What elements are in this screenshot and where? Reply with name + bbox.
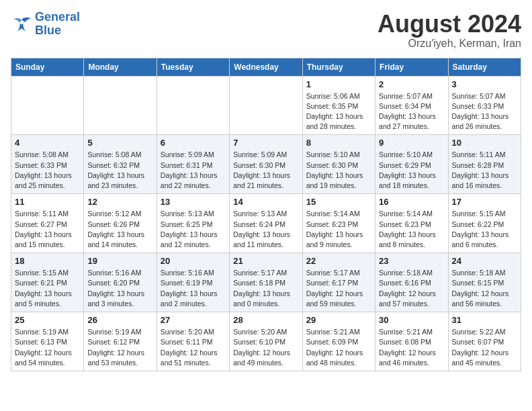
day-number: 24: [452, 256, 517, 266]
day-content: Sunrise: 5:11 AM Sunset: 6:27 PM Dayligh…: [15, 209, 80, 250]
calendar-week-row: 18Sunrise: 5:15 AM Sunset: 6:21 PM Dayli…: [11, 253, 521, 312]
title-block: August 2024 Orzu'iyeh, Kerman, Iran: [378, 11, 521, 50]
calendar-cell: 25Sunrise: 5:19 AM Sunset: 6:13 PM Dayli…: [11, 312, 84, 371]
day-content: Sunrise: 5:16 AM Sunset: 6:19 PM Dayligh…: [161, 268, 226, 309]
page-header: General Blue August 2024 Orzu'iyeh, Kerm…: [11, 11, 521, 50]
day-number: 1: [306, 79, 371, 89]
calendar-cell: 20Sunrise: 5:16 AM Sunset: 6:19 PM Dayli…: [157, 253, 229, 312]
day-number: 13: [161, 197, 226, 207]
logo-line2: Blue: [35, 24, 61, 37]
calendar-week-row: 1Sunrise: 5:06 AM Sunset: 6:35 PM Daylig…: [11, 76, 521, 135]
day-number: 19: [87, 256, 152, 266]
calendar-cell: 6Sunrise: 5:09 AM Sunset: 6:31 PM Daylig…: [157, 135, 229, 194]
day-content: Sunrise: 5:20 AM Sunset: 6:10 PM Dayligh…: [233, 327, 298, 368]
main-title: August 2024: [378, 11, 521, 38]
calendar-cell: 17Sunrise: 5:15 AM Sunset: 6:22 PM Dayli…: [448, 194, 521, 253]
day-number: 28: [233, 315, 298, 325]
day-number: 16: [379, 197, 444, 207]
day-number: 31: [452, 315, 517, 325]
calendar-cell: 19Sunrise: 5:16 AM Sunset: 6:20 PM Dayli…: [84, 253, 157, 312]
calendar-table: SundayMondayTuesdayWednesdayThursdayFrid…: [11, 58, 521, 371]
day-content: Sunrise: 5:21 AM Sunset: 6:09 PM Dayligh…: [306, 327, 371, 368]
day-number: 21: [233, 256, 298, 266]
day-number: 11: [15, 197, 80, 207]
day-content: Sunrise: 5:11 AM Sunset: 6:28 PM Dayligh…: [452, 150, 517, 191]
day-number: 6: [161, 138, 226, 148]
day-content: Sunrise: 5:14 AM Sunset: 6:23 PM Dayligh…: [306, 209, 371, 250]
calendar-cell: 26Sunrise: 5:19 AM Sunset: 6:12 PM Dayli…: [84, 312, 157, 371]
calendar-cell: 14Sunrise: 5:13 AM Sunset: 6:24 PM Dayli…: [230, 194, 302, 253]
calendar-cell: 16Sunrise: 5:14 AM Sunset: 6:23 PM Dayli…: [375, 194, 448, 253]
weekday-header: Wednesday: [230, 58, 302, 76]
calendar-cell: 10Sunrise: 5:11 AM Sunset: 6:28 PM Dayli…: [448, 135, 521, 194]
day-content: Sunrise: 5:19 AM Sunset: 6:12 PM Dayligh…: [87, 327, 152, 368]
day-content: Sunrise: 5:12 AM Sunset: 6:26 PM Dayligh…: [87, 209, 152, 250]
calendar-cell: 4Sunrise: 5:08 AM Sunset: 6:33 PM Daylig…: [11, 135, 84, 194]
day-content: Sunrise: 5:15 AM Sunset: 6:21 PM Dayligh…: [15, 268, 80, 309]
day-content: Sunrise: 5:20 AM Sunset: 6:11 PM Dayligh…: [161, 327, 226, 368]
day-content: Sunrise: 5:14 AM Sunset: 6:23 PM Dayligh…: [379, 209, 444, 250]
calendar-cell: 29Sunrise: 5:21 AM Sunset: 6:09 PM Dayli…: [302, 312, 375, 371]
calendar-cell: 12Sunrise: 5:12 AM Sunset: 6:26 PM Dayli…: [84, 194, 157, 253]
logo-line1: General: [35, 10, 80, 24]
logo-icon: [11, 15, 32, 34]
calendar-cell: 1Sunrise: 5:06 AM Sunset: 6:35 PM Daylig…: [302, 76, 375, 135]
day-number: 20: [161, 256, 226, 266]
calendar-cell: 24Sunrise: 5:18 AM Sunset: 6:15 PM Dayli…: [448, 253, 521, 312]
day-content: Sunrise: 5:18 AM Sunset: 6:16 PM Dayligh…: [379, 268, 444, 309]
day-content: Sunrise: 5:15 AM Sunset: 6:22 PM Dayligh…: [452, 209, 517, 250]
weekday-header: Monday: [84, 58, 157, 76]
subtitle: Orzu'iyeh, Kerman, Iran: [378, 38, 521, 50]
day-content: Sunrise: 5:22 AM Sunset: 6:07 PM Dayligh…: [452, 327, 517, 368]
day-content: Sunrise: 5:18 AM Sunset: 6:15 PM Dayligh…: [452, 268, 517, 309]
calendar-cell: 18Sunrise: 5:15 AM Sunset: 6:21 PM Dayli…: [11, 253, 84, 312]
day-content: Sunrise: 5:10 AM Sunset: 6:30 PM Dayligh…: [306, 150, 371, 191]
calendar-cell: 5Sunrise: 5:08 AM Sunset: 6:32 PM Daylig…: [84, 135, 157, 194]
day-number: 29: [306, 315, 371, 325]
weekday-header: Thursday: [302, 58, 375, 76]
day-content: Sunrise: 5:07 AM Sunset: 6:33 PM Dayligh…: [452, 91, 517, 132]
calendar-week-row: 4Sunrise: 5:08 AM Sunset: 6:33 PM Daylig…: [11, 135, 521, 194]
day-number: 25: [15, 315, 80, 325]
weekday-header: Sunday: [11, 58, 84, 76]
day-number: 14: [233, 197, 298, 207]
day-content: Sunrise: 5:08 AM Sunset: 6:33 PM Dayligh…: [15, 150, 80, 191]
day-number: 30: [379, 315, 444, 325]
calendar-cell: 2Sunrise: 5:07 AM Sunset: 6:34 PM Daylig…: [375, 76, 448, 135]
calendar-cell: 21Sunrise: 5:17 AM Sunset: 6:18 PM Dayli…: [230, 253, 302, 312]
day-content: Sunrise: 5:09 AM Sunset: 6:30 PM Dayligh…: [233, 150, 298, 191]
calendar-cell: 15Sunrise: 5:14 AM Sunset: 6:23 PM Dayli…: [302, 194, 375, 253]
day-number: 12: [87, 197, 152, 207]
day-number: 26: [87, 315, 152, 325]
day-number: 27: [161, 315, 226, 325]
day-content: Sunrise: 5:10 AM Sunset: 6:29 PM Dayligh…: [379, 150, 444, 191]
day-number: 17: [452, 197, 517, 207]
calendar-cell: 7Sunrise: 5:09 AM Sunset: 6:30 PM Daylig…: [230, 135, 302, 194]
day-number: 18: [15, 256, 80, 266]
day-number: 3: [452, 79, 517, 89]
calendar-week-row: 25Sunrise: 5:19 AM Sunset: 6:13 PM Dayli…: [11, 312, 521, 371]
day-number: 10: [452, 138, 517, 148]
calendar-body: 1Sunrise: 5:06 AM Sunset: 6:35 PM Daylig…: [11, 76, 521, 371]
day-content: Sunrise: 5:21 AM Sunset: 6:08 PM Dayligh…: [379, 327, 444, 368]
calendar-cell: [230, 76, 302, 135]
weekday-header: Saturday: [448, 58, 521, 76]
calendar-cell: [11, 76, 84, 135]
day-content: Sunrise: 5:13 AM Sunset: 6:25 PM Dayligh…: [161, 209, 226, 250]
day-number: 8: [306, 138, 371, 148]
day-content: Sunrise: 5:07 AM Sunset: 6:34 PM Dayligh…: [379, 91, 444, 132]
day-content: Sunrise: 5:13 AM Sunset: 6:24 PM Dayligh…: [233, 209, 298, 250]
day-content: Sunrise: 5:19 AM Sunset: 6:13 PM Dayligh…: [15, 327, 80, 368]
logo-text: General Blue: [35, 11, 80, 38]
calendar-cell: 9Sunrise: 5:10 AM Sunset: 6:29 PM Daylig…: [375, 135, 448, 194]
day-content: Sunrise: 5:09 AM Sunset: 6:31 PM Dayligh…: [161, 150, 226, 191]
calendar-cell: [84, 76, 157, 135]
day-content: Sunrise: 5:17 AM Sunset: 6:18 PM Dayligh…: [233, 268, 298, 309]
calendar-cell: 31Sunrise: 5:22 AM Sunset: 6:07 PM Dayli…: [448, 312, 521, 371]
logo: General Blue: [11, 11, 80, 38]
calendar-week-row: 11Sunrise: 5:11 AM Sunset: 6:27 PM Dayli…: [11, 194, 521, 253]
day-content: Sunrise: 5:06 AM Sunset: 6:35 PM Dayligh…: [306, 91, 371, 132]
day-number: 5: [87, 138, 152, 148]
day-number: 7: [233, 138, 298, 148]
calendar-cell: 3Sunrise: 5:07 AM Sunset: 6:33 PM Daylig…: [448, 76, 521, 135]
